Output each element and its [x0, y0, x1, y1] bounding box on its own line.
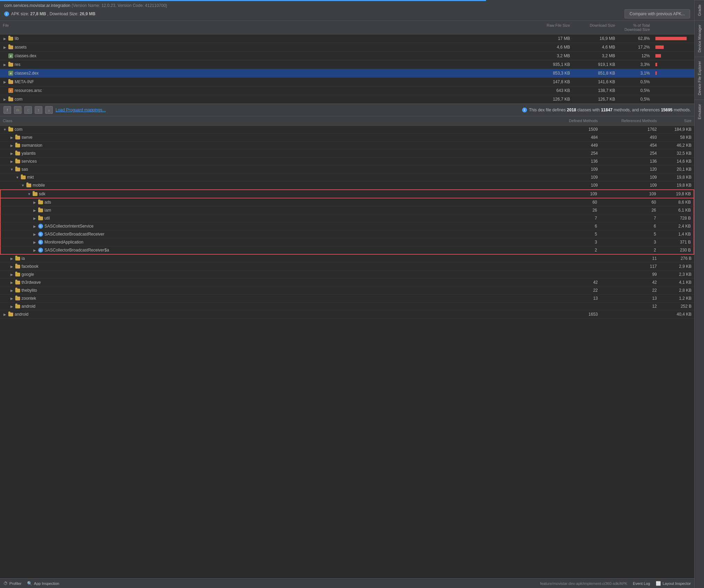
file-col-header: File — [0, 22, 528, 33]
expand-arrow-icon[interactable]: ▶ — [33, 216, 37, 220]
progress-indicator — [0, 0, 486, 1]
emulator-label: Emulator — [697, 104, 702, 119]
table-row[interactable]: ▶ services 136 136 14,6 KB — [0, 157, 694, 165]
expand-arrow-icon[interactable]: ▶ — [33, 232, 37, 236]
expand-arrow-icon[interactable]: ▶ — [10, 151, 14, 155]
table-row[interactable]: ▶ r resources.arsc 643 KB 138,7 KB 0,5% — [0, 86, 694, 95]
expand-arrow-icon[interactable]: ▶ — [10, 272, 14, 276]
expand-arrow-icon[interactable]: ▶ — [10, 135, 14, 139]
class-table-section: Class Defined Methods Referenced Methods… — [0, 116, 694, 578]
expand-arrow-icon[interactable]: ▶ — [3, 45, 7, 49]
expand-arrow-icon[interactable]: ▶ — [3, 62, 7, 67]
device-file-explorer-tab[interactable]: Device File Explorer — [695, 57, 704, 99]
expand-arrow-icon[interactable]: ▼ — [21, 183, 25, 187]
folder-icon — [15, 152, 20, 155]
table-row[interactable]: ▶ C MonitoredApplication 3 3 371 B — [0, 238, 694, 246]
expand-arrow-icon[interactable]: ▼ — [10, 167, 14, 171]
expand-arrow-icon[interactable]: ▶ — [10, 304, 14, 308]
expand-arrow-icon[interactable]: ▶ — [33, 240, 37, 244]
percent-cell: 3,1% — [618, 70, 653, 76]
layout-inspector-tab[interactable]: ⬜ Layout Inspector — [656, 581, 691, 586]
class-name: iam — [44, 208, 51, 213]
load-proguard-link[interactable]: Load Proguard mappings... — [56, 108, 106, 112]
inspection-icon: 🔍 — [27, 581, 32, 586]
table-row[interactable]: ▶ ia 11 276 B — [0, 255, 694, 263]
file-name-cell: ▶ com — [0, 96, 528, 102]
compare-apk-button[interactable]: Compare with previous APK... — [625, 9, 690, 18]
table-row[interactable]: ▼ mobile 109 109 19,8 KB — [0, 181, 694, 189]
table-row[interactable]: ▶ C SASCollectorBroadcastReceiver$a 2 2 … — [0, 246, 694, 255]
expand-arrow-icon[interactable]: ▶ — [33, 224, 37, 228]
expand-arrow-icon[interactable]: ▶ — [10, 288, 14, 292]
table-row[interactable]: ▶ facebook 117 2,9 KB — [0, 263, 694, 271]
profiler-tab[interactable]: ⏱ Profiler — [3, 581, 22, 586]
raw-size-cell: 853,3 KB — [528, 70, 573, 76]
table-row[interactable]: ▶ util 7 7 728 B — [0, 214, 694, 222]
table-row[interactable]: ▶ ads 60 60 8,6 KB — [0, 198, 694, 206]
table-row[interactable]: ▶ thebylito 22 22 2,8 KB — [0, 287, 694, 295]
folder-icon — [21, 176, 26, 179]
table-row[interactable]: ▶ google 99 2,3 KB — [0, 271, 694, 279]
expand-arrow-icon[interactable]: ▼ — [3, 127, 7, 131]
referenced-methods-cell: 3 — [600, 239, 659, 245]
defined-methods-cell: 109 — [548, 191, 600, 197]
table-row[interactable]: ▶ C SASCollectorIntentService 6 6 2,4 KB — [0, 222, 694, 230]
referenced-methods-cell: 13 — [601, 295, 660, 301]
expand-arrow-icon[interactable]: ▶ — [10, 256, 14, 261]
filter-f-button[interactable]: f — [3, 106, 11, 114]
class-name-cell: ▶ zoontek — [0, 295, 548, 301]
table-row[interactable]: ▶ assets 4,6 MB 4,6 MB 17,2% — [0, 43, 694, 52]
table-row[interactable]: ▶ th3rdwave 42 42 4,1 KB — [0, 279, 694, 287]
table-row[interactable]: ▶ android 12 252 B — [0, 302, 694, 310]
table-row[interactable]: ▼ mkt 109 109 19,8 KB — [0, 173, 694, 181]
sort-up-button[interactable]: ↑ — [35, 106, 42, 114]
table-row[interactable]: ▼ sas 109 120 20,1 KB — [0, 165, 694, 173]
file-table-header: File Raw File Size Download Size % of To… — [0, 21, 694, 34]
filter-m-button[interactable]: m — [14, 106, 22, 114]
table-row[interactable]: ▶ d classes2.dex 853,3 KB 851,8 KB 3,1% — [0, 69, 694, 78]
table-row[interactable]: ▶ C SASCollectorBroadcastReceiver 5 5 1,… — [0, 230, 694, 238]
class-name: com — [15, 127, 23, 132]
expand-arrow-icon[interactable]: ▶ — [3, 36, 7, 41]
filter-c-button[interactable]: c — [24, 106, 32, 114]
expand-arrow-icon[interactable]: ▼ — [15, 175, 19, 179]
table-row[interactable]: ▶ res 935,1 KB 919,1 KB 3,3% — [0, 60, 694, 69]
app-inspection-tab[interactable]: 🔍 App Inspection — [27, 581, 59, 586]
expand-arrow-icon[interactable]: ▶ — [3, 312, 7, 316]
device-manager-tab[interactable]: Device Manager — [695, 20, 704, 57]
class-name: android — [15, 312, 28, 317]
table-row[interactable]: ▶ com 126,7 KB 126,7 KB 0,5% — [0, 95, 694, 104]
expand-arrow-icon[interactable]: ▶ — [10, 143, 14, 147]
table-row[interactable]: ▶ yalantis 254 254 32,5 KB — [0, 150, 694, 157]
expand-arrow-icon[interactable]: ▶ — [33, 248, 37, 252]
table-row[interactable]: ▶ swmansion 449 454 46,2 KB — [0, 142, 694, 150]
table-row[interactable]: ▶ android 1653 40,4 KB — [0, 310, 694, 318]
folder-icon — [15, 297, 20, 300]
emulator-tab[interactable]: Emulator — [695, 100, 704, 123]
sort-down-button[interactable]: ↓ — [45, 106, 53, 114]
table-row[interactable]: ▶ d classes.dex 3,2 MB 3,2 MB 12% — [0, 52, 694, 60]
table-row[interactable]: ▶ iam 26 26 6,1 KB — [0, 206, 694, 214]
expand-arrow-icon[interactable]: ▶ — [10, 296, 14, 300]
expand-arrow-icon[interactable]: ▶ — [3, 97, 7, 101]
expand-arrow-icon[interactable]: ▶ — [10, 280, 14, 284]
expand-arrow-icon[interactable]: ▶ — [3, 80, 7, 84]
expand-arrow-icon[interactable]: ▼ — [27, 192, 31, 196]
class-name-cell: ▼ sas — [0, 166, 548, 172]
expand-arrow-icon[interactable]: ▶ — [33, 200, 37, 204]
table-row[interactable]: ▶ lib 17 MB 16,9 MB 62,8% — [0, 34, 694, 43]
table-row[interactable]: ▶ zoontek 13 13 1,2 KB — [0, 295, 694, 302]
table-row[interactable]: ▶ swrve 484 493 58 KB — [0, 134, 694, 142]
expand-arrow-icon[interactable]: ▶ — [10, 159, 14, 163]
bar-cell — [653, 36, 694, 41]
expand-arrow-icon[interactable]: ▶ — [10, 264, 14, 269]
table-row[interactable]: ▶ META-INF 147,8 KB 141,6 KB 0,5% — [0, 78, 694, 86]
defined-methods-cell: 26 — [548, 207, 600, 213]
event-log-tab[interactable]: Event Log — [633, 581, 650, 586]
table-row[interactable]: ▼ com 1509 1762 184,9 KB — [0, 126, 694, 134]
raw-size-col-header: Raw File Size — [528, 22, 573, 33]
expand-arrow-icon[interactable]: ▶ — [33, 208, 37, 212]
folder-icon — [38, 201, 43, 204]
gradle-tab[interactable]: Gradle — [695, 0, 704, 20]
table-row[interactable]: ▼ sdk 109 109 19,8 KB — [0, 189, 694, 198]
